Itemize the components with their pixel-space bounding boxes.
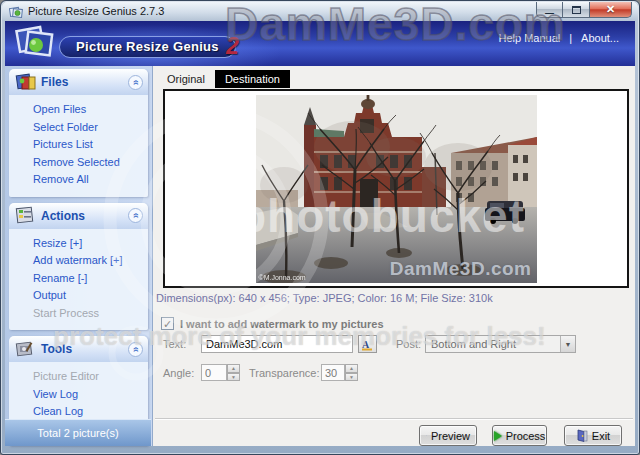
sidebar-item-rename[interactable]: Rename [-]: [9, 270, 148, 288]
watermark-checkbox[interactable]: ✓: [161, 317, 174, 330]
tab-destination[interactable]: Destination: [215, 70, 290, 88]
actions-panel-header[interactable]: Actions »: [9, 203, 148, 229]
angle-input[interactable]: [201, 364, 227, 381]
post-dropdown[interactable]: Bottom and Right ▼: [425, 335, 576, 353]
preview-button-label: Preview: [431, 430, 470, 442]
sidebar-item-remove-selected[interactable]: Remove Selected: [9, 154, 148, 172]
preview-panel: ©M.Jonna.com DamMe3D.com: [163, 89, 629, 288]
banner: Picture Resize Genius 2 Help Manual | Ab…: [5, 21, 635, 66]
about-link[interactable]: About...: [581, 32, 619, 44]
app-window: Picture Resize Genius 2.7.3 — ✕ Picture …: [0, 0, 640, 455]
sidebar-item-pictures-list[interactable]: Pictures List: [9, 136, 148, 154]
main-area: Original Destination: [153, 66, 635, 446]
svg-text:A: A: [362, 339, 370, 350]
help-manual-link[interactable]: Help Manual: [498, 32, 560, 44]
collapse-tools-button[interactable]: »: [128, 342, 143, 357]
dropdown-arrow-icon: ▼: [560, 336, 575, 352]
post-label: Post:: [396, 338, 421, 350]
files-panel-header[interactable]: Files »: [9, 69, 148, 95]
window-title: Picture Resize Genius 2.7.3: [28, 5, 164, 17]
app-logo-icon: [14, 23, 56, 64]
app-icon: [9, 5, 23, 18]
close-button[interactable]: ✕: [590, 2, 632, 18]
font-settings-button[interactable]: A: [358, 335, 377, 353]
minimize-icon: —: [545, 8, 554, 18]
spin-up-icon[interactable]: ▲: [227, 364, 240, 373]
tools-panel-title: Tools: [41, 342, 128, 356]
button-row-separator: [155, 418, 633, 419]
transparence-spinner: ▲ ▼: [345, 364, 358, 381]
chevron-up-icon: »: [129, 213, 142, 219]
files-panel-title: Files: [41, 75, 128, 89]
spin-down-icon[interactable]: ▼: [345, 373, 358, 382]
files-panel: Files » Open Files Select Folder Picture…: [9, 69, 148, 197]
transparence-label: Transparence:: [249, 367, 320, 379]
files-icon: [14, 71, 38, 93]
angle-spinner: ▲ ▼: [227, 364, 240, 381]
tools-panel-header[interactable]: Tools »: [9, 336, 148, 362]
sidebar: Files » Open Files Select Folder Picture…: [5, 66, 153, 446]
preview-photo: ©M.Jonna.com DamMe3D.com: [256, 95, 537, 283]
process-play-icon: [494, 431, 502, 441]
chevron-up-icon: »: [129, 79, 142, 85]
process-button-label: Process: [506, 430, 546, 442]
photo-credit-text: ©M.Jonna.com: [259, 274, 306, 281]
sidebar-item-picture-editor[interactable]: Picture Editor: [9, 368, 148, 386]
sidebar-item-output[interactable]: Output: [9, 287, 148, 305]
sidebar-item-view-log[interactable]: View Log: [9, 386, 148, 404]
link-separator: |: [569, 32, 572, 44]
sidebar-item-open-files[interactable]: Open Files: [9, 101, 148, 119]
tools-icon: [14, 338, 38, 360]
minimize-button[interactable]: —: [536, 2, 563, 18]
spin-up-icon[interactable]: ▲: [345, 364, 358, 373]
sidebar-item-select-folder[interactable]: Select Folder: [9, 119, 148, 137]
actions-panel-title: Actions: [41, 209, 128, 223]
chevron-up-icon: »: [129, 346, 142, 352]
app-name: Picture Resize Genius: [59, 36, 236, 58]
exit-button-label: Exit: [592, 430, 610, 442]
collapse-actions-button[interactable]: »: [128, 208, 143, 223]
preview-magnifier-icon: [426, 429, 427, 442]
sidebar-item-remove-all[interactable]: Remove All: [9, 171, 148, 189]
transparence-input[interactable]: [321, 364, 345, 381]
sidebar-item-clean-log[interactable]: Clean Log: [9, 403, 148, 421]
titlebar[interactable]: Picture Resize Genius 2.7.3 — ✕: [2, 2, 638, 21]
image-info-line: Dimensions(px): 640 x 456; Type: JPEG; C…: [156, 292, 493, 304]
post-dropdown-value: Bottom and Right: [426, 338, 560, 350]
text-field-label: Text:: [163, 338, 186, 350]
collapse-files-button[interactable]: »: [128, 75, 143, 90]
font-icon: A: [361, 338, 374, 351]
sidebar-item-start-process[interactable]: Start Process: [9, 305, 148, 323]
preview-button[interactable]: Preview: [419, 425, 477, 446]
close-icon: ✕: [606, 3, 615, 16]
applied-watermark-text: DamMe3D.com: [390, 258, 532, 280]
tab-original[interactable]: Original: [157, 70, 215, 88]
sidebar-item-add-watermark[interactable]: Add watermark [+]: [9, 252, 148, 270]
photo-scene: [256, 95, 537, 283]
exit-door-icon: [576, 429, 588, 442]
version-badge: 2: [226, 33, 239, 60]
sidebar-item-resize[interactable]: Resize [+]: [9, 235, 148, 253]
picture-count-status: Total 2 picture(s): [5, 419, 151, 446]
watermark-checkbox-label: I want to add watermark to my pictures: [180, 318, 384, 330]
maximize-icon: [572, 6, 581, 14]
watermark-text-input[interactable]: [201, 335, 353, 353]
spin-down-icon[interactable]: ▼: [227, 373, 240, 382]
check-icon: ✓: [163, 318, 172, 330]
maximize-button[interactable]: [563, 2, 590, 18]
actions-icon: [14, 205, 38, 227]
angle-label: Angle:: [163, 367, 194, 379]
exit-button[interactable]: Exit: [564, 425, 622, 446]
preview-tabs: Original Destination: [157, 70, 290, 88]
process-button[interactable]: Process: [492, 425, 547, 446]
actions-panel: Actions » Resize [+] Add watermark [+] R…: [9, 203, 148, 331]
